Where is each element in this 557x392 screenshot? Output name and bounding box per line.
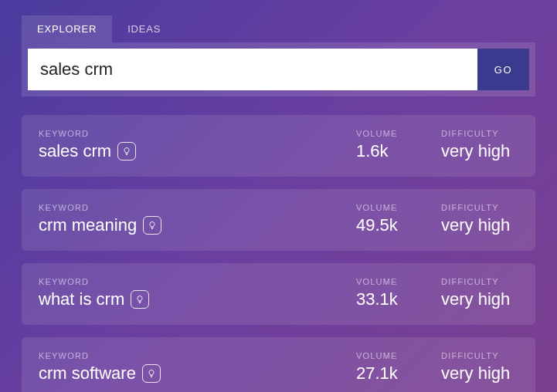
difficulty-value: very high xyxy=(441,141,518,161)
volume-value: 33.1k xyxy=(356,289,441,309)
search-bar: GO xyxy=(22,42,535,96)
keyword-value: crm meaning xyxy=(39,215,356,235)
keyword-text: what is crm xyxy=(39,289,124,309)
search-input[interactable] xyxy=(28,49,477,90)
label-volume: VOLUME xyxy=(356,351,441,360)
lightbulb-icon[interactable] xyxy=(143,216,161,235)
difficulty-value: very high xyxy=(441,289,518,309)
volume-value: 1.6k xyxy=(356,141,441,161)
tab-ideas[interactable]: IDEAS xyxy=(112,15,176,42)
keyword-value: what is crm xyxy=(39,289,356,309)
keyword-value: crm software xyxy=(39,363,356,384)
result-row[interactable]: KEYWORD sales crm VOLUME 1.6k DIFFICULTY… xyxy=(22,115,535,177)
keyword-text: crm software xyxy=(39,363,136,384)
result-row[interactable]: KEYWORD what is crm VOLUME 33.1k DIFFICU… xyxy=(22,263,535,325)
label-volume: VOLUME xyxy=(356,129,441,138)
difficulty-value: very high xyxy=(441,363,518,384)
keyword-text: crm meaning xyxy=(39,215,137,235)
volume-value: 49.5k xyxy=(356,215,441,235)
lightbulb-icon[interactable] xyxy=(131,290,149,309)
tabs: EXPLORER IDEAS xyxy=(22,15,535,42)
result-row[interactable]: KEYWORD crm meaning VOLUME 49.5k DIFFICU… xyxy=(22,189,535,251)
label-volume: VOLUME xyxy=(356,277,441,286)
label-difficulty: DIFFICULTY xyxy=(441,129,518,138)
label-difficulty: DIFFICULTY xyxy=(441,203,518,212)
keyword-text: sales crm xyxy=(39,141,111,161)
label-keyword: KEYWORD xyxy=(39,277,356,286)
go-button[interactable]: GO xyxy=(477,49,529,90)
label-difficulty: DIFFICULTY xyxy=(441,351,518,360)
label-volume: VOLUME xyxy=(356,203,441,212)
result-row[interactable]: KEYWORD crm software VOLUME 27.1k DIFFIC… xyxy=(22,337,535,392)
label-keyword: KEYWORD xyxy=(39,351,356,360)
tab-explorer[interactable]: EXPLORER xyxy=(22,15,112,42)
results-list: KEYWORD sales crm VOLUME 1.6k DIFFICULTY… xyxy=(22,115,535,392)
volume-value: 27.1k xyxy=(356,363,441,384)
difficulty-value: very high xyxy=(441,215,518,235)
lightbulb-icon[interactable] xyxy=(117,142,136,161)
label-keyword: KEYWORD xyxy=(39,203,356,212)
lightbulb-icon[interactable] xyxy=(142,364,161,383)
label-keyword: KEYWORD xyxy=(39,129,356,138)
keyword-value: sales crm xyxy=(39,141,356,161)
label-difficulty: DIFFICULTY xyxy=(441,277,518,286)
